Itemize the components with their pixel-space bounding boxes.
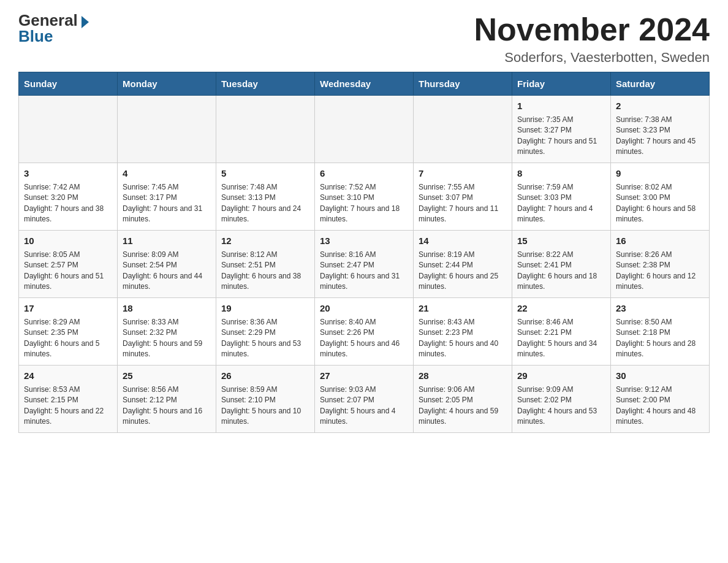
day-number: 16 [616, 234, 704, 248]
day-info: Sunrise: 7:55 AM Sunset: 3:07 PM Dayligh… [419, 182, 507, 225]
day-number: 6 [320, 167, 408, 180]
day-info: Sunrise: 8:12 AM Sunset: 2:51 PM Dayligh… [221, 250, 309, 293]
calendar-day-cell: 23Sunrise: 8:50 AM Sunset: 2:18 PM Dayli… [611, 298, 710, 366]
calendar-day-cell: 19Sunrise: 8:36 AM Sunset: 2:29 PM Dayli… [216, 298, 315, 366]
day-info: Sunrise: 8:29 AM Sunset: 2:35 PM Dayligh… [24, 317, 112, 360]
day-info: Sunrise: 7:45 AM Sunset: 3:17 PM Dayligh… [123, 182, 211, 225]
day-number: 17 [24, 302, 112, 315]
calendar-day-cell: 21Sunrise: 8:43 AM Sunset: 2:23 PM Dayli… [414, 298, 512, 366]
day-number: 4 [123, 167, 211, 180]
calendar-week-row: 10Sunrise: 8:05 AM Sunset: 2:57 PM Dayli… [19, 231, 710, 298]
calendar-day-cell: 9Sunrise: 8:02 AM Sunset: 3:00 PM Daylig… [611, 163, 710, 231]
day-number: 12 [221, 234, 309, 248]
calendar-day-cell [216, 96, 315, 163]
day-info: Sunrise: 9:06 AM Sunset: 2:05 PM Dayligh… [419, 385, 507, 427]
day-number: 30 [616, 369, 704, 383]
day-info: Sunrise: 7:35 AM Sunset: 3:27 PM Dayligh… [517, 115, 605, 158]
calendar-day-cell [19, 96, 118, 163]
day-info: Sunrise: 8:09 AM Sunset: 2:54 PM Dayligh… [123, 250, 211, 293]
day-number: 20 [320, 302, 408, 315]
day-number: 9 [616, 167, 704, 180]
day-info: Sunrise: 8:05 AM Sunset: 2:57 PM Dayligh… [24, 250, 112, 293]
weekday-header-saturday: Saturday [611, 72, 710, 96]
day-number: 10 [24, 234, 112, 248]
calendar-day-cell: 27Sunrise: 9:03 AM Sunset: 2:07 PM Dayli… [315, 366, 414, 433]
calendar-day-cell: 26Sunrise: 8:59 AM Sunset: 2:10 PM Dayli… [216, 366, 315, 433]
location-subtitle: Soderfors, Vaesterbotten, Sweden [474, 50, 710, 66]
day-info: Sunrise: 7:38 AM Sunset: 3:23 PM Dayligh… [616, 115, 704, 158]
day-number: 19 [221, 302, 309, 315]
logo-blue-text: Blue [18, 27, 53, 45]
day-number: 28 [419, 369, 507, 383]
day-info: Sunrise: 7:48 AM Sunset: 3:13 PM Dayligh… [221, 182, 309, 225]
calendar-day-cell: 18Sunrise: 8:33 AM Sunset: 2:32 PM Dayli… [118, 298, 216, 366]
calendar-day-cell: 11Sunrise: 8:09 AM Sunset: 2:54 PM Dayli… [118, 231, 216, 298]
day-number: 11 [123, 234, 211, 248]
day-info: Sunrise: 8:53 AM Sunset: 2:15 PM Dayligh… [24, 385, 112, 427]
month-title: November 2024 [474, 12, 710, 47]
calendar-day-cell: 5Sunrise: 7:48 AM Sunset: 3:13 PM Daylig… [216, 163, 315, 231]
day-info: Sunrise: 7:59 AM Sunset: 3:03 PM Dayligh… [517, 182, 605, 225]
day-info: Sunrise: 8:46 AM Sunset: 2:21 PM Dayligh… [517, 317, 605, 360]
calendar-week-row: 24Sunrise: 8:53 AM Sunset: 2:15 PM Dayli… [19, 366, 710, 433]
day-info: Sunrise: 8:19 AM Sunset: 2:44 PM Dayligh… [419, 250, 507, 293]
calendar-day-cell: 30Sunrise: 9:12 AM Sunset: 2:00 PM Dayli… [611, 366, 710, 433]
day-number: 2 [616, 99, 704, 113]
weekday-header-sunday: Sunday [19, 72, 118, 96]
day-info: Sunrise: 8:33 AM Sunset: 2:32 PM Dayligh… [123, 317, 211, 360]
logo-arrow-icon [82, 16, 89, 28]
calendar-day-cell: 17Sunrise: 8:29 AM Sunset: 2:35 PM Dayli… [19, 298, 118, 366]
weekday-header-thursday: Thursday [414, 72, 512, 96]
page-header: General Blue November 2024 Soderfors, Va… [18, 12, 710, 66]
calendar-day-cell: 29Sunrise: 9:09 AM Sunset: 2:02 PM Dayli… [512, 366, 611, 433]
calendar-day-cell: 8Sunrise: 7:59 AM Sunset: 3:03 PM Daylig… [512, 163, 611, 231]
day-info: Sunrise: 7:52 AM Sunset: 3:10 PM Dayligh… [320, 182, 408, 225]
calendar-day-cell: 2Sunrise: 7:38 AM Sunset: 3:23 PM Daylig… [611, 96, 710, 163]
calendar-day-cell: 24Sunrise: 8:53 AM Sunset: 2:15 PM Dayli… [19, 366, 118, 433]
day-number: 13 [320, 234, 408, 248]
calendar-day-cell [118, 96, 216, 163]
calendar-day-cell: 14Sunrise: 8:19 AM Sunset: 2:44 PM Dayli… [414, 231, 512, 298]
calendar-day-cell: 25Sunrise: 8:56 AM Sunset: 2:12 PM Dayli… [118, 366, 216, 433]
day-info: Sunrise: 8:22 AM Sunset: 2:41 PM Dayligh… [517, 250, 605, 293]
day-number: 29 [517, 369, 605, 383]
day-number: 15 [517, 234, 605, 248]
day-number: 27 [320, 369, 408, 383]
weekday-header-tuesday: Tuesday [216, 72, 315, 96]
day-number: 7 [419, 167, 507, 180]
day-info: Sunrise: 9:09 AM Sunset: 2:02 PM Dayligh… [517, 385, 605, 427]
day-number: 26 [221, 369, 309, 383]
calendar-day-cell: 1Sunrise: 7:35 AM Sunset: 3:27 PM Daylig… [512, 96, 611, 163]
day-number: 21 [419, 302, 507, 315]
day-info: Sunrise: 8:26 AM Sunset: 2:38 PM Dayligh… [616, 250, 704, 293]
calendar-day-cell: 16Sunrise: 8:26 AM Sunset: 2:38 PM Dayli… [611, 231, 710, 298]
calendar-week-row: 17Sunrise: 8:29 AM Sunset: 2:35 PM Dayli… [19, 298, 710, 366]
calendar-day-cell: 10Sunrise: 8:05 AM Sunset: 2:57 PM Dayli… [19, 231, 118, 298]
calendar-day-cell: 6Sunrise: 7:52 AM Sunset: 3:10 PM Daylig… [315, 163, 414, 231]
weekday-header-monday: Monday [118, 72, 216, 96]
calendar-week-row: 3Sunrise: 7:42 AM Sunset: 3:20 PM Daylig… [19, 163, 710, 231]
calendar-body: 1Sunrise: 7:35 AM Sunset: 3:27 PM Daylig… [19, 96, 710, 433]
calendar-day-cell: 3Sunrise: 7:42 AM Sunset: 3:20 PM Daylig… [19, 163, 118, 231]
day-number: 22 [517, 302, 605, 315]
weekday-header-row: SundayMondayTuesdayWednesdayThursdayFrid… [19, 72, 710, 96]
day-info: Sunrise: 8:40 AM Sunset: 2:26 PM Dayligh… [320, 317, 408, 360]
day-info: Sunrise: 8:59 AM Sunset: 2:10 PM Dayligh… [221, 385, 309, 427]
calendar-day-cell: 12Sunrise: 8:12 AM Sunset: 2:51 PM Dayli… [216, 231, 315, 298]
calendar-table: SundayMondayTuesdayWednesdayThursdayFrid… [18, 72, 710, 433]
calendar-day-cell: 22Sunrise: 8:46 AM Sunset: 2:21 PM Dayli… [512, 298, 611, 366]
day-info: Sunrise: 8:16 AM Sunset: 2:47 PM Dayligh… [320, 250, 408, 293]
day-info: Sunrise: 8:50 AM Sunset: 2:18 PM Dayligh… [616, 317, 704, 360]
day-info: Sunrise: 9:12 AM Sunset: 2:00 PM Dayligh… [616, 385, 704, 427]
day-number: 25 [123, 369, 211, 383]
day-number: 3 [24, 167, 112, 180]
calendar-day-cell [315, 96, 414, 163]
day-info: Sunrise: 7:42 AM Sunset: 3:20 PM Dayligh… [24, 182, 112, 225]
calendar-week-row: 1Sunrise: 7:35 AM Sunset: 3:27 PM Daylig… [19, 96, 710, 163]
day-number: 8 [517, 167, 605, 180]
day-info: Sunrise: 9:03 AM Sunset: 2:07 PM Dayligh… [320, 385, 408, 427]
calendar-day-cell [414, 96, 512, 163]
day-info: Sunrise: 8:56 AM Sunset: 2:12 PM Dayligh… [123, 385, 211, 427]
day-number: 23 [616, 302, 704, 315]
logo: General Blue [18, 12, 91, 44]
